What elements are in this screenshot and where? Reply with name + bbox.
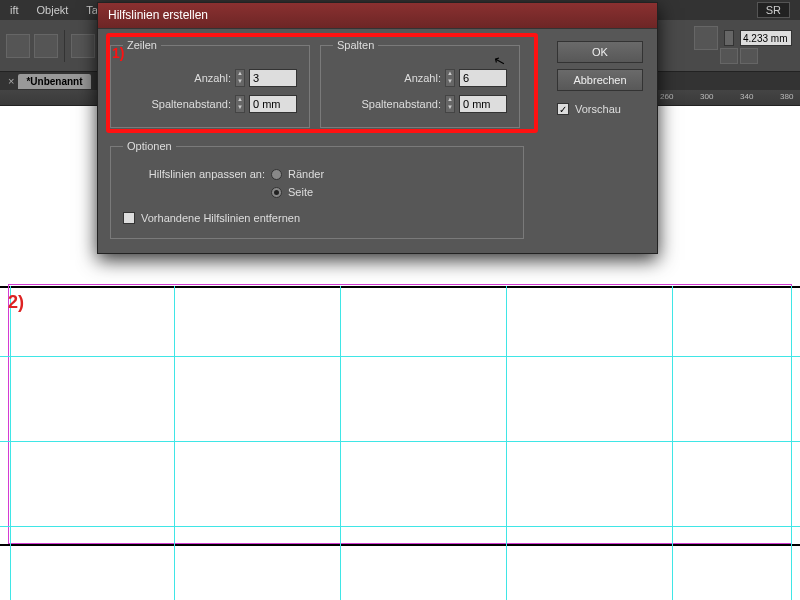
radio-page[interactable] <box>271 187 282 198</box>
menu-item[interactable]: Objekt <box>37 4 69 16</box>
rows-gutter-label: Spaltenabstand: <box>151 98 231 110</box>
rows-gutter-input[interactable] <box>249 95 297 113</box>
row-guide[interactable] <box>0 356 800 357</box>
tool-button[interactable] <box>34 34 58 58</box>
close-tab-icon[interactable]: × <box>8 75 14 87</box>
column-guide[interactable] <box>791 286 792 600</box>
row-guide[interactable] <box>0 441 800 442</box>
ok-button[interactable]: OK <box>557 41 643 63</box>
rows-legend: Zeilen <box>123 39 161 51</box>
columns-gutter-label: Spaltenabstand: <box>361 98 441 110</box>
size-input[interactable] <box>740 30 792 46</box>
row-guide[interactable] <box>0 526 800 527</box>
dialog-title[interactable]: Hilfslinien erstellen <box>98 3 657 29</box>
options-legend: Optionen <box>123 140 176 152</box>
rows-fieldset: Zeilen Anzahl: ▲▼ Spaltenabstand: ▲▼ <box>110 39 310 128</box>
stepper-icon[interactable]: ▲▼ <box>445 69 455 87</box>
columns-gutter-input[interactable] <box>459 95 507 113</box>
columns-fieldset: Spalten Anzahl: ▲▼ Spaltenabstand: ▲▼ <box>320 39 520 128</box>
radio-page-label: Seite <box>288 186 313 198</box>
menu-item[interactable]: ift <box>10 4 19 16</box>
frame-fitting-icon[interactable] <box>694 26 718 50</box>
rows-count-input[interactable] <box>249 69 297 87</box>
tool-button[interactable] <box>71 34 95 58</box>
column-guide[interactable] <box>174 286 175 600</box>
preview-checkbox[interactable]: ✓ <box>557 103 569 115</box>
stepper-icon[interactable]: ▲▼ <box>235 95 245 113</box>
ruler-mark: 260 <box>660 92 673 101</box>
annotation-step1: 1) <box>112 45 124 61</box>
stepper-icon[interactable] <box>724 30 734 46</box>
margin-guide <box>8 284 792 544</box>
stepper-icon[interactable]: ▲▼ <box>235 69 245 87</box>
ruler-mark: 300 <box>700 92 713 101</box>
fit-guides-label: Hilfslinien anpassen an: <box>123 168 265 180</box>
ruler-mark: 340 <box>740 92 753 101</box>
tool-button[interactable] <box>6 34 30 58</box>
radio-margins[interactable] <box>271 169 282 180</box>
preview-label: Vorschau <box>575 103 621 115</box>
remove-existing-label: Vorhandene Hilfslinien entfernen <box>141 212 300 224</box>
create-guides-dialog: Hilfslinien erstellen 1) Zeilen Anzahl: … <box>97 2 658 254</box>
separator <box>64 30 65 62</box>
column-guide[interactable] <box>672 286 673 600</box>
radio-margins-label: Ränder <box>288 168 324 180</box>
ruler-mark: 380 <box>780 92 793 101</box>
column-guide[interactable] <box>340 286 341 600</box>
document-tab[interactable]: *Unbenannt <box>18 74 90 89</box>
columns-legend: Spalten <box>333 39 378 51</box>
column-guide[interactable] <box>10 286 11 600</box>
columns-count-input[interactable] <box>459 69 507 87</box>
workspace-switcher[interactable]: SR <box>757 2 790 18</box>
remove-existing-checkbox[interactable] <box>123 212 135 224</box>
column-guide[interactable] <box>506 286 507 600</box>
tool-button[interactable] <box>740 48 758 64</box>
annotation-step2: 2) <box>8 292 24 313</box>
stepper-icon[interactable]: ▲▼ <box>445 95 455 113</box>
cancel-button[interactable]: Abbrechen <box>557 69 643 91</box>
options-fieldset: Optionen Hilfslinien anpassen an: Ränder… <box>110 140 524 239</box>
rows-count-label: Anzahl: <box>194 72 231 84</box>
columns-count-label: Anzahl: <box>404 72 441 84</box>
tool-button[interactable] <box>720 48 738 64</box>
